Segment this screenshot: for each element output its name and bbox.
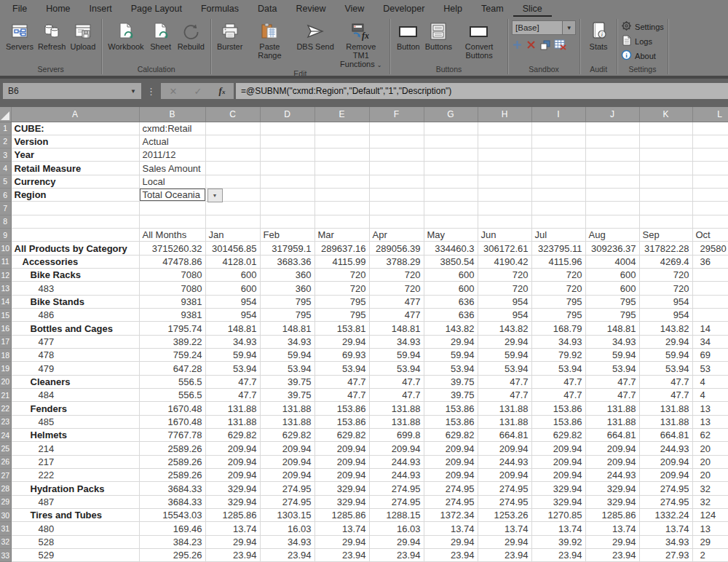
row-header[interactable]: 13 (0, 282, 11, 295)
cell[interactable]: 124 (692, 509, 728, 522)
cell[interactable]: 79.92 (531, 349, 585, 362)
tab-formulas[interactable]: Formulas (191, 1, 248, 17)
cell[interactable]: 720 (478, 269, 531, 282)
cell[interactable]: Feb (260, 229, 314, 242)
cell[interactable]: 29 (692, 535, 728, 548)
cell[interactable]: 209.94 (314, 469, 369, 482)
cell[interactable]: 209.94 (585, 442, 639, 455)
cell[interactable]: 34.93 (260, 535, 314, 548)
cell[interactable]: 329.94 (314, 495, 369, 508)
cell[interactable] (585, 149, 639, 162)
cell[interactable] (531, 149, 585, 162)
cell[interactable] (205, 149, 260, 162)
cell[interactable]: 131.88 (260, 402, 314, 415)
cell[interactable]: 53.94 (531, 362, 585, 375)
cell[interactable]: 477 (369, 295, 424, 308)
cell[interactable]: 2589.26 (139, 455, 205, 468)
cell[interactable]: 209.94 (205, 469, 260, 482)
cell[interactable]: 209.94 (639, 469, 692, 482)
cell[interactable] (639, 162, 692, 175)
cell[interactable] (314, 215, 369, 228)
cell[interactable] (369, 189, 424, 202)
cancel-icon[interactable]: ✕ (170, 86, 178, 97)
cell[interactable] (369, 149, 424, 162)
row-header[interactable]: 8 (0, 215, 11, 228)
cell[interactable]: 384.23 (139, 535, 205, 548)
cell[interactable] (692, 189, 728, 202)
cell[interactable]: 720 (639, 282, 692, 295)
cell[interactable]: 9381 (139, 295, 205, 308)
cell[interactable]: 600 (205, 269, 260, 282)
cell[interactable]: 131.88 (639, 415, 692, 428)
row-header[interactable]: 32 (0, 535, 11, 548)
cell[interactable] (639, 122, 692, 135)
cell[interactable] (692, 135, 728, 148)
cell[interactable]: Version (11, 135, 139, 148)
cell[interactable]: 69.93 (314, 349, 369, 362)
cell[interactable]: May (424, 229, 478, 242)
cell[interactable]: 13.74 (531, 522, 585, 535)
cell[interactable]: Bottles and Cages (11, 322, 139, 335)
row-header[interactable]: 26 (0, 455, 11, 468)
row-header[interactable]: 5 (0, 175, 11, 188)
paste-range-button[interactable]: Paste Range (245, 18, 294, 60)
cell[interactable]: 1332.24 (639, 509, 692, 522)
sandbox-discard-grid-button[interactable] (554, 39, 566, 53)
cell[interactable]: 23.94 (369, 549, 424, 562)
cell[interactable]: 289637.16 (314, 242, 369, 255)
cell[interactable]: 636 (424, 309, 478, 322)
cell[interactable]: 62 (692, 429, 728, 442)
cell[interactable]: 23.94 (260, 549, 314, 562)
cell[interactable] (692, 122, 728, 135)
cell[interactable]: 1270.85 (531, 509, 585, 522)
cell[interactable]: 34.93 (531, 335, 585, 348)
cell[interactable]: 317822.28 (639, 242, 692, 255)
cell[interactable]: 59.94 (369, 349, 424, 362)
cell[interactable]: 664.81 (585, 429, 639, 442)
cell[interactable]: 32 (692, 495, 728, 508)
cell[interactable]: 169.46 (139, 522, 205, 535)
cell[interactable]: 153.86 (424, 402, 478, 415)
cell[interactable]: cxmd:Retail (139, 122, 205, 135)
cell[interactable]: 795 (585, 295, 639, 308)
name-box-arrow-icon[interactable]: ▼ (130, 88, 136, 95)
cell[interactable] (692, 202, 728, 215)
row-header[interactable]: 19 (0, 362, 11, 375)
cell[interactable]: 53.94 (585, 362, 639, 375)
sandbox-combo[interactable]: [Base] ▼ (512, 20, 576, 35)
cell[interactable]: 4128.01 (205, 255, 260, 268)
cell[interactable]: 209.94 (531, 455, 585, 468)
cell[interactable]: Helmets (11, 429, 139, 442)
tab-view[interactable]: View (335, 1, 373, 17)
cell[interactable] (585, 135, 639, 148)
cell[interactable]: 7080 (139, 269, 205, 282)
cell[interactable]: Actual (139, 135, 205, 148)
cell[interactable]: 528 (11, 535, 139, 548)
row-header[interactable]: 21 (0, 389, 11, 402)
cell[interactable]: 2011/12 (139, 149, 205, 162)
cell[interactable]: 131.88 (585, 415, 639, 428)
cell[interactable] (369, 215, 424, 228)
remove-tm1-functions-button[interactable]: fx Remove TM1 Functions ⌄ (336, 18, 386, 69)
cell[interactable]: 244.93 (478, 455, 531, 468)
cell[interactable]: 954 (205, 295, 260, 308)
row-header[interactable]: 6 (0, 189, 11, 202)
cell[interactable]: 795 (260, 295, 314, 308)
stats-button[interactable]: i Stats (584, 18, 613, 51)
cell[interactable]: 209.94 (585, 455, 639, 468)
cell[interactable]: 699.8 (369, 429, 424, 442)
cell[interactable]: 143.82 (478, 322, 531, 335)
cell[interactable]: 47.7 (478, 389, 531, 402)
cell[interactable]: 29.94 (424, 535, 478, 548)
cell[interactable] (478, 162, 531, 175)
cell[interactable] (585, 215, 639, 228)
cell[interactable]: 39.75 (424, 375, 478, 388)
cell[interactable]: 217 (11, 455, 139, 468)
cell[interactable] (639, 189, 692, 202)
cell[interactable]: All Months (139, 229, 205, 242)
cell[interactable]: 29580 (692, 242, 728, 255)
cell[interactable]: 274.95 (424, 495, 478, 508)
row-header[interactable]: 29 (0, 495, 11, 508)
cell[interactable]: 3683.36 (260, 255, 314, 268)
cell[interactable]: 636 (424, 295, 478, 308)
